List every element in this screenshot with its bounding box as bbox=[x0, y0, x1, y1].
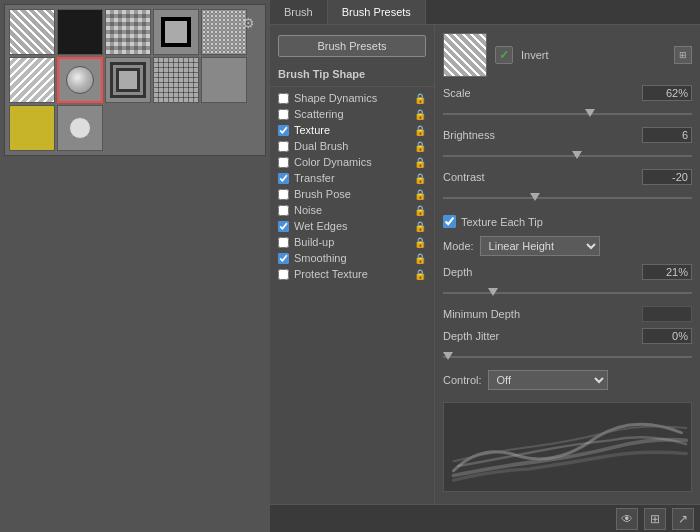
check-buildup[interactable] bbox=[278, 237, 289, 248]
depth-jitter-slider-track bbox=[443, 356, 692, 358]
brush-cell-11[interactable] bbox=[57, 105, 103, 151]
option-color-dynamics[interactable]: Color Dynamics 🔒 bbox=[270, 154, 434, 170]
panel-content: Brush Presets Brush Tip Shape Shape Dyna… bbox=[270, 25, 700, 504]
option-transfer[interactable]: Transfer 🔒 bbox=[270, 170, 434, 186]
lock-shape-dynamics: 🔒 bbox=[414, 93, 426, 104]
brush-cell-9[interactable] bbox=[201, 57, 247, 103]
texture-preview-row: ✓ Invert ⊞ bbox=[443, 33, 692, 77]
check-transfer[interactable] bbox=[278, 173, 289, 184]
lock-brush-pose: 🔒 bbox=[414, 189, 426, 200]
gear-icon[interactable]: ⚙ bbox=[242, 15, 255, 31]
option-texture[interactable]: Texture 🔒 bbox=[270, 122, 434, 138]
scale-slider-track bbox=[443, 113, 692, 115]
brush-pattern-border bbox=[161, 17, 191, 47]
lock-smoothing: 🔒 bbox=[414, 253, 426, 264]
lock-noise: 🔒 bbox=[414, 205, 426, 216]
brush-preview-area bbox=[443, 402, 692, 492]
contrast-row: Contrast bbox=[443, 169, 692, 185]
control-label: Control: bbox=[443, 374, 482, 386]
check-smoothing[interactable] bbox=[278, 253, 289, 264]
option-wet-edges[interactable]: Wet Edges 🔒 bbox=[270, 218, 434, 234]
divider-1 bbox=[270, 86, 434, 87]
check-wet-edges[interactable] bbox=[278, 221, 289, 232]
tab-brush[interactable]: Brush bbox=[270, 0, 328, 24]
brush-pattern-crosshatch bbox=[154, 58, 198, 102]
contrast-slider-container bbox=[443, 191, 692, 205]
check-scattering[interactable] bbox=[278, 109, 289, 120]
label-brush-pose: Brush Pose bbox=[294, 188, 351, 200]
brush-cell-3[interactable] bbox=[153, 9, 199, 55]
label-shape-dynamics: Shape Dynamics bbox=[294, 92, 377, 104]
texture-thumbnail[interactable] bbox=[443, 33, 487, 77]
option-smoothing[interactable]: Smoothing 🔒 bbox=[270, 250, 434, 266]
contrast-slider-thumb[interactable] bbox=[530, 193, 540, 201]
scale-row: Scale bbox=[443, 85, 692, 101]
depth-slider-thumb[interactable] bbox=[488, 288, 498, 296]
texture-each-tip-check[interactable] bbox=[443, 215, 456, 228]
check-noise[interactable] bbox=[278, 205, 289, 216]
tab-brush-presets[interactable]: Brush Presets bbox=[328, 0, 426, 24]
check-protect-texture[interactable] bbox=[278, 269, 289, 280]
option-buildup[interactable]: Build-up 🔒 bbox=[270, 234, 434, 250]
brush-cell-10[interactable] bbox=[9, 105, 55, 151]
brightness-input[interactable] bbox=[642, 127, 692, 143]
preview-strokes-svg bbox=[444, 403, 691, 491]
option-brush-pose[interactable]: Brush Pose 🔒 bbox=[270, 186, 434, 202]
brush-presets-button[interactable]: Brush Presets bbox=[278, 35, 426, 57]
depth-slider-container bbox=[443, 286, 692, 300]
bottom-bar: 👁 ⊞ ↗ bbox=[270, 504, 700, 532]
min-depth-input[interactable] bbox=[642, 306, 692, 322]
brush-cell-6[interactable] bbox=[57, 57, 103, 103]
arrow-icon-btn[interactable]: ↗ bbox=[672, 508, 694, 530]
brush-pattern-check bbox=[106, 10, 150, 54]
brush-pattern-black bbox=[58, 10, 102, 54]
texture-dropdown-btn[interactable]: ✓ bbox=[495, 46, 513, 64]
brush-cell-8[interactable] bbox=[153, 57, 199, 103]
depth-label: Depth bbox=[443, 266, 533, 278]
texture-each-tip-label: Texture Each Tip bbox=[461, 216, 543, 228]
brightness-slider-thumb[interactable] bbox=[572, 151, 582, 159]
scale-slider-thumb[interactable] bbox=[585, 109, 595, 117]
lock-dual-brush: 🔒 bbox=[414, 141, 426, 152]
check-texture[interactable] bbox=[278, 125, 289, 136]
texture-each-tip-row: Texture Each Tip bbox=[443, 215, 692, 228]
option-noise[interactable]: Noise 🔒 bbox=[270, 202, 434, 218]
lock-texture: 🔒 bbox=[414, 125, 426, 136]
brush-cell-4[interactable] bbox=[201, 9, 247, 55]
depth-jitter-label: Depth Jitter bbox=[443, 330, 533, 342]
mode-select[interactable]: Linear Height Normal Multiply Subtract bbox=[480, 236, 600, 256]
scale-input[interactable] bbox=[642, 85, 692, 101]
check-color-dynamics[interactable] bbox=[278, 157, 289, 168]
label-noise: Noise bbox=[294, 204, 322, 216]
brightness-row: Brightness bbox=[443, 127, 692, 143]
option-shape-dynamics[interactable]: Shape Dynamics 🔒 bbox=[270, 90, 434, 106]
depth-jitter-slider-thumb[interactable] bbox=[443, 352, 453, 360]
lock-transfer: 🔒 bbox=[414, 173, 426, 184]
eye-icon-btn[interactable]: 👁 bbox=[616, 508, 638, 530]
grid-icon-btn[interactable]: ⊞ bbox=[644, 508, 666, 530]
brush-cell-2[interactable] bbox=[105, 9, 151, 55]
brush-cell-5[interactable] bbox=[9, 57, 55, 103]
check-brush-pose[interactable] bbox=[278, 189, 289, 200]
brush-grid-container: ⚙ bbox=[4, 4, 266, 156]
label-texture: Texture bbox=[294, 124, 330, 136]
option-protect-texture[interactable]: Protect Texture 🔒 bbox=[270, 266, 434, 282]
check-dual-brush[interactable] bbox=[278, 141, 289, 152]
depth-input[interactable] bbox=[642, 264, 692, 280]
depth-jitter-row: Depth Jitter bbox=[443, 328, 692, 344]
option-dual-brush[interactable]: Dual Brush 🔒 bbox=[270, 138, 434, 154]
label-dual-brush: Dual Brush bbox=[294, 140, 348, 152]
copy-to-layers-btn[interactable]: ⊞ bbox=[674, 46, 692, 64]
control-select[interactable]: Off Fade Pen Pressure bbox=[488, 370, 608, 390]
depth-jitter-input[interactable] bbox=[642, 328, 692, 344]
label-scattering: Scattering bbox=[294, 108, 344, 120]
check-shape-dynamics[interactable] bbox=[278, 93, 289, 104]
contrast-input[interactable] bbox=[642, 169, 692, 185]
brush-cell-0[interactable] bbox=[9, 9, 55, 55]
scale-label: Scale bbox=[443, 87, 533, 99]
brush-cell-7[interactable] bbox=[105, 57, 151, 103]
lock-scattering: 🔒 bbox=[414, 109, 426, 120]
brightness-label: Brightness bbox=[443, 129, 533, 141]
option-scattering[interactable]: Scattering 🔒 bbox=[270, 106, 434, 122]
brush-cell-1[interactable] bbox=[57, 9, 103, 55]
